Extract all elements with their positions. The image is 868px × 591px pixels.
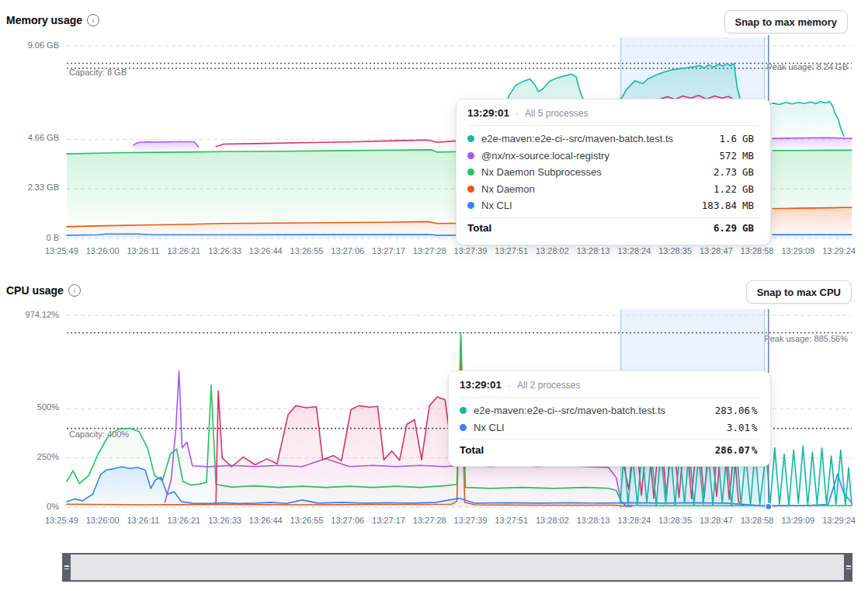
total-value: 6.29 [690,222,737,234]
tooltip-subtitle: All 5 processes [525,108,588,119]
cpu-tooltip-header: 13:29:01 · All 2 processes [460,379,759,398]
snap-to-max-cpu-button[interactable]: Snap to max CPU [746,280,852,304]
charts-canvas[interactable] [0,0,868,591]
snap-to-max-memory-button[interactable]: Snap to max memory [724,10,849,33]
process-unit: MB [742,200,759,211]
process-value: 2.73 [690,166,737,178]
cpu-x-tick: 13:27:39 [454,516,488,525]
cpu-x-tick: 13:26:21 [167,516,200,525]
memory-x-tick: 13:27:17 [372,246,405,256]
memory-x-axis: 13:25:4913:26:0013:26:1113:26:2113:26:33… [45,246,856,256]
grip-icon [64,568,69,570]
memory-x-tick: 13:27:06 [331,246,364,256]
memory-x-tick: 13:29:09 [781,246,814,256]
tooltip-subtitle: All 2 processes [517,380,580,391]
cpu-x-tick: 13:28:58 [741,516,774,525]
tooltip-time: 13:29:01 [467,107,509,119]
process-value: 183.84 [690,200,737,211]
memory-x-tick: 13:28:47 [700,246,733,256]
memory-y-tick: 2.33 GB [0,183,59,192]
tooltip-process-row: Nx CLI 3.01 % [460,419,759,436]
memory-x-tick: 13:28:58 [741,246,774,256]
memory-x-tick: 13:27:39 [454,246,488,256]
tooltip-process-row: e2e-maven:e2e-ci--src/maven-batch.test.t… [460,402,759,419]
cpu-x-tick: 13:26:11 [127,516,159,525]
process-name: Nx CLI [474,422,703,433]
series-color-dot [460,407,467,414]
process-name: Nx CLI [481,200,690,211]
memory-x-tick: 13:27:28 [413,246,446,256]
tooltip-time: 13:29:01 [460,379,502,391]
memory-y-tick: 0 B [0,233,59,242]
process-name: Nx Daemon Subprocesses [481,166,690,178]
cpu-x-tick: 13:26:55 [290,516,324,525]
total-label: Total [460,444,703,456]
cpu-tooltip-total: Total 286.07 % [460,439,759,460]
cpu-section-title: CPU usage i [6,284,81,297]
brush-track[interactable] [71,553,844,582]
cpu-x-tick: 13:27:06 [331,516,364,525]
cpu-x-tick: 13:28:35 [658,516,692,525]
info-icon[interactable]: i [87,14,99,26]
memory-section-title: Memory usage i [6,14,99,26]
process-value: 1.22 [690,183,737,195]
cpu-x-tick: 13:26:33 [208,516,241,525]
resource-usage-page: Memory usage i Snap to max memory 9.06 G… [0,0,868,591]
cpu-x-tick: 13:26:44 [249,516,283,525]
series-color-dot [467,152,474,159]
memory-x-tick: 13:26:21 [167,246,200,256]
brush-left-handle[interactable] [62,553,71,582]
cpu-x-tick: 13:27:51 [495,516,528,525]
cpu-y-tick: 500% [0,402,59,412]
tooltip-process-row: Nx CLI 183.84 MB [467,197,759,214]
series-color-dot [467,202,474,209]
cpu-peak-label: Peak usage: 885.56% [764,334,848,343]
process-name: e2e-maven:e2e-ci--src/maven-batch.test.t… [481,133,690,144]
memory-y-tick: 4.66 GB [0,133,59,142]
series-color-dot [460,424,467,431]
memory-y-tick: 9.06 GB [0,40,59,50]
cpu-x-tick: 13:25:49 [45,516,78,525]
info-icon[interactable]: i [68,284,81,297]
memory-tooltip-total: Total 6.29 GB [467,217,759,238]
tooltip-separator: · [508,380,511,391]
memory-x-tick: 13:25:49 [45,246,78,256]
memory-x-tick: 13:29:24 [822,246,856,256]
memory-x-tick: 13:28:35 [658,246,692,256]
cpu-tooltip-rows: e2e-maven:e2e-ci--src/maven-batch.test.t… [460,398,759,436]
series-color-dot [467,169,474,176]
memory-peak-label: Peak usage: 8.24 GB [766,62,848,71]
brush-right-handle[interactable] [844,553,852,582]
grip-icon [64,565,69,567]
process-unit: MB [742,150,759,162]
memory-tooltip-rows: e2e-maven:e2e-ci--src/maven-batch.test.t… [467,126,759,214]
cpu-x-tick: 13:28:47 [700,516,733,525]
process-unit: % [752,405,759,416]
total-label: Total [467,222,690,234]
cpu-y-tick: 0% [0,502,59,511]
cpu-title-text: CPU usage [6,284,64,297]
process-unit: GB [742,133,759,144]
memory-x-tick: 13:26:00 [86,246,120,256]
memory-x-tick: 13:26:11 [127,246,159,256]
memory-x-tick: 13:27:51 [495,246,528,256]
tooltip-process-row: e2e-maven:e2e-ci--src/maven-batch.test.t… [467,130,759,148]
process-name: Nx Daemon [481,183,690,195]
process-value: 572 [690,150,737,162]
cpu-y-tick: 250% [0,452,59,461]
total-value: 286.07 [703,444,750,456]
cpu-y-tick: 974.12% [0,310,59,319]
memory-x-tick: 13:26:33 [208,246,241,256]
process-name: e2e-maven:e2e-ci--src/maven-batch.test.t… [474,405,703,416]
cpu-capacity-label: Capacity: 400% [69,429,129,439]
memory-title-text: Memory usage [6,14,82,26]
cpu-x-axis: 13:25:4913:26:0013:26:1113:26:2113:26:33… [45,516,856,525]
cpu-x-tick: 13:26:00 [86,516,120,525]
total-unit: % [752,444,759,456]
tooltip-process-row: Nx Daemon Subprocesses 2.73 GB [467,164,759,181]
time-range-brush[interactable] [62,553,852,582]
process-value: 283.06 [703,405,750,416]
process-unit: GB [742,183,759,195]
tooltip-process-row: Nx Daemon 1.22 GB [467,181,759,198]
cpu-x-tick: 13:29:09 [781,516,814,525]
